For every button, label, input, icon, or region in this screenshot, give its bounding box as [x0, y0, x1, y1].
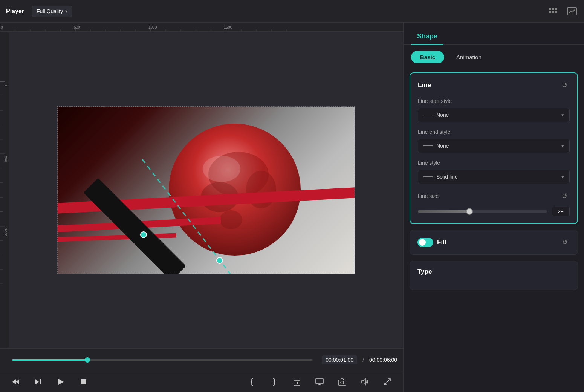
- svg-marker-64: [16, 379, 19, 384]
- line-section-header: Line ↺: [418, 80, 570, 90]
- stop-button[interactable]: [77, 375, 90, 389]
- progress-track[interactable]: [12, 359, 313, 361]
- line-icon: [423, 115, 433, 115]
- ruler-top-svg: 0 500 1000 1500: [0, 23, 403, 31]
- chevron-down-icon: ▾: [561, 143, 564, 149]
- chevron-down-icon: ▾: [561, 112, 564, 118]
- brace-open-icon: {: [251, 377, 253, 386]
- svg-rect-68: [81, 379, 86, 384]
- line-start-style-dropdown[interactable]: None ▾: [418, 108, 570, 122]
- svg-rect-75: [338, 380, 346, 385]
- svg-marker-71: [296, 382, 298, 384]
- svg-rect-0: [549, 8, 551, 10]
- fill-left: Fill: [417, 238, 446, 247]
- svg-rect-66: [40, 379, 41, 384]
- line-size-slider[interactable]: [418, 210, 547, 213]
- svg-point-60: [141, 232, 147, 238]
- svg-rect-32: [0, 82, 9, 299]
- svg-marker-63: [12, 379, 16, 384]
- line-size-reset-button[interactable]: ↺: [559, 191, 570, 201]
- svg-marker-67: [58, 379, 64, 385]
- slider-thumb[interactable]: [466, 208, 473, 215]
- video-background: [58, 107, 355, 274]
- line-reset-button[interactable]: ↺: [559, 80, 570, 90]
- panel-tabs-header: Shape: [404, 23, 584, 45]
- line-shape-svg[interactable]: [58, 107, 355, 274]
- controls-bar: 00:00:01:00 / 00:00:06:00: [0, 348, 403, 371]
- current-time: 00:00:01:00: [322, 355, 357, 364]
- fill-reset-button[interactable]: ↺: [560, 237, 570, 248]
- keyframe-button[interactable]: [290, 375, 304, 389]
- grid-icon[interactable]: [548, 5, 560, 17]
- volume-button[interactable]: [358, 375, 371, 389]
- total-time: 00:00:06:00: [369, 357, 397, 363]
- fill-title: Fill: [437, 239, 446, 246]
- toggle-knob: [419, 239, 426, 246]
- canvas-content: [57, 106, 355, 274]
- brace-close-button[interactable]: }: [268, 375, 281, 389]
- tab-basic[interactable]: Basic: [411, 51, 444, 63]
- svg-rect-4: [552, 11, 554, 13]
- fill-toggle[interactable]: [417, 238, 433, 247]
- main-area: 0 500 1000 1500: [0, 23, 584, 392]
- svg-text:0: 0: [4, 84, 8, 86]
- canvas-wrapper[interactable]: [9, 32, 403, 348]
- line-start-style-value: None: [423, 112, 449, 118]
- line-style-dropdown[interactable]: Solid line ▾: [418, 170, 570, 184]
- bottom-toolbar: { }: [0, 371, 403, 392]
- shape-tab[interactable]: Shape: [411, 29, 443, 45]
- line-size-value[interactable]: 29: [552, 207, 570, 216]
- header: Player Full Quality ▾: [0, 0, 584, 23]
- ruler-left: 0 500 1000: [0, 32, 9, 348]
- svg-rect-2: [555, 8, 557, 10]
- chevron-down-icon: ▾: [561, 174, 564, 180]
- svg-rect-3: [549, 11, 551, 13]
- progress-fill: [12, 359, 87, 361]
- svg-text:0: 0: [1, 25, 3, 29]
- rewind-button[interactable]: [9, 375, 23, 389]
- svg-rect-72: [316, 378, 323, 384]
- svg-rect-58: [83, 178, 186, 274]
- svg-marker-77: [362, 379, 365, 385]
- svg-rect-1: [552, 8, 554, 10]
- brace-open-button[interactable]: {: [245, 375, 258, 389]
- monitor-button[interactable]: [313, 375, 326, 389]
- line-size-header: Line size ↺: [418, 191, 570, 201]
- tab-animation[interactable]: Animation: [447, 51, 491, 63]
- svg-text:500: 500: [74, 25, 80, 29]
- svg-marker-65: [35, 379, 39, 384]
- line-icon: [423, 145, 433, 146]
- canvas-area: 0 500 1000: [0, 32, 403, 348]
- slider-fill: [418, 210, 469, 213]
- right-panel: Shape Basic Animation Line ↺ Line start …: [403, 23, 584, 392]
- svg-text:500: 500: [4, 156, 8, 162]
- line-section-title: Line: [418, 81, 431, 89]
- svg-text:1000: 1000: [148, 25, 157, 29]
- header-icons: [548, 5, 578, 17]
- quality-dropdown[interactable]: Full Quality ▾: [32, 6, 72, 17]
- svg-line-78: [384, 379, 390, 385]
- chart-icon[interactable]: [566, 5, 578, 17]
- line-style-label: Line style: [418, 160, 570, 166]
- fill-section: Fill ↺: [410, 230, 578, 255]
- svg-rect-69: [294, 378, 300, 386]
- fill-header: Fill ↺: [417, 237, 570, 248]
- chevron-down-icon: ▾: [65, 9, 67, 14]
- time-separator: /: [362, 357, 364, 363]
- play-button[interactable]: [54, 375, 68, 389]
- line-end-style-dropdown[interactable]: None ▾: [418, 139, 570, 153]
- line-size-slider-row: 29: [418, 207, 570, 216]
- svg-point-61: [217, 257, 223, 263]
- svg-point-76: [341, 381, 344, 384]
- sub-tabs: Basic Animation: [404, 45, 584, 69]
- line-end-style-value: None: [423, 143, 449, 149]
- camera-button[interactable]: [335, 375, 349, 389]
- player-area: 0 500 1000 1500: [0, 23, 403, 392]
- svg-rect-5: [555, 11, 557, 13]
- line-start-style-label: Line start style: [418, 98, 570, 104]
- type-section: Type: [410, 261, 578, 290]
- step-forward-button[interactable]: [32, 375, 45, 389]
- resize-button[interactable]: [381, 375, 394, 389]
- type-title: Type: [417, 268, 432, 276]
- progress-thumb[interactable]: [85, 357, 90, 363]
